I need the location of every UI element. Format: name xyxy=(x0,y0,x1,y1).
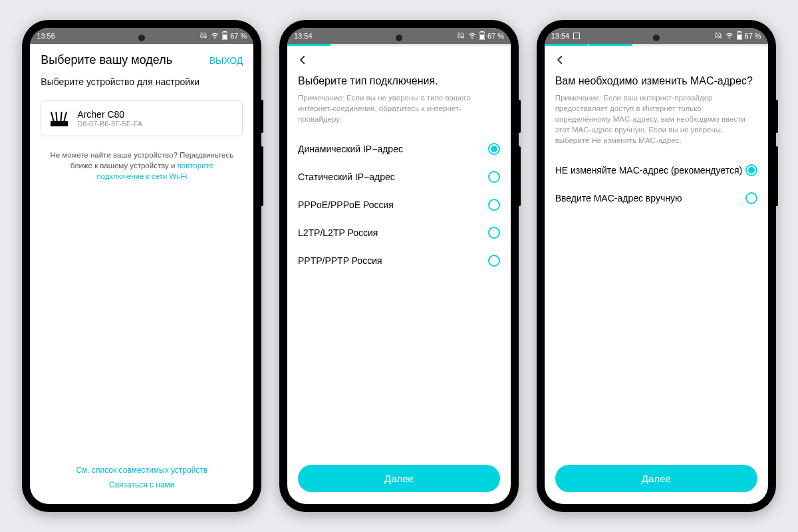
radio-option[interactable]: PPPoE/PPPoE Россия xyxy=(298,191,500,219)
contact-us-link[interactable]: Связаться с нами xyxy=(30,477,253,492)
battery-percent: 67 % xyxy=(745,32,761,40)
svg-rect-1 xyxy=(223,31,226,33)
radio-circle-icon xyxy=(745,164,757,176)
radio-option[interactable]: Введите MAC-адрес вручную xyxy=(555,184,757,212)
back-button[interactable] xyxy=(297,54,309,68)
radio-label: Введите MAC-адрес вручную xyxy=(555,193,682,203)
device-name: Archer C80 xyxy=(77,109,142,120)
app-icon xyxy=(573,33,580,39)
svg-rect-5 xyxy=(480,35,484,39)
device-card[interactable]: Archer C80 D8-07-B6-3F-5E-FA xyxy=(41,100,243,136)
wifi-icon xyxy=(210,31,219,41)
question-title: Вам необходимо изменить MAC-адрес? xyxy=(555,75,757,87)
status-bar: 13:54 67 % xyxy=(287,28,511,44)
question-title: Выберите тип подключения. xyxy=(298,75,500,87)
status-time: 13:54 xyxy=(294,32,313,40)
page-title: Выберите вашу модель xyxy=(41,53,172,67)
note-text: Примечание: Если ваш интернет-провайдер … xyxy=(555,92,757,146)
alarm-off-icon xyxy=(714,31,722,41)
device-mac: D8-07-B6-3F-5E-FA xyxy=(77,120,142,128)
next-button[interactable]: Далее xyxy=(555,465,757,492)
status-bar: 13:54 67 % xyxy=(545,28,768,44)
radio-circle-icon xyxy=(488,171,500,183)
svg-rect-8 xyxy=(737,35,741,39)
battery-icon xyxy=(222,31,227,41)
screen-connection-type: 13:54 67 % xyxy=(287,28,511,504)
radio-list: НЕ изменяйте MAC-адрес (рекомендуется)Вв… xyxy=(555,156,757,212)
wifi-icon xyxy=(725,31,734,41)
alarm-off-icon xyxy=(200,31,207,41)
back-button[interactable] xyxy=(554,54,566,68)
svg-rect-2 xyxy=(223,35,227,39)
compatible-devices-link[interactable]: См. список совместимых устройств xyxy=(30,463,253,477)
help-text: Не можете найти ваше устройство? Передви… xyxy=(30,142,253,182)
radio-option[interactable]: НЕ изменяйте MAC-адрес (рекомендуется) xyxy=(555,156,757,184)
radio-label: Динамический IP−адрес xyxy=(298,144,403,154)
status-bar: 13:56 67 % xyxy=(30,28,253,44)
radio-option[interactable]: PPTP/PPTP Россия xyxy=(298,247,500,275)
phone-mockup-2: 13:54 67 % xyxy=(279,20,519,512)
svg-rect-4 xyxy=(481,31,483,33)
wifi-icon xyxy=(467,31,477,41)
subtitle: Выберите устройство для настройки xyxy=(30,72,253,95)
radio-label: PPTP/PPTP Россия xyxy=(298,255,382,266)
status-time: 13:56 xyxy=(37,32,55,40)
radio-circle-icon xyxy=(488,143,500,155)
radio-list: Динамический IP−адресСтатический IP−адре… xyxy=(298,135,500,275)
radio-circle-icon xyxy=(488,255,500,267)
alarm-off-icon xyxy=(457,31,465,41)
radio-option[interactable]: Статический IP−адрес xyxy=(298,163,500,191)
radio-option[interactable]: Динамический IP−адрес xyxy=(298,135,500,163)
radio-circle-icon xyxy=(488,199,500,211)
screen-select-model: 13:56 67 % Выберите вашу модель ВЫХОД Вы… xyxy=(30,28,253,504)
radio-label: Статический IP−адрес xyxy=(298,172,395,182)
note-text: Примечание: Если вы не уверены в типе ва… xyxy=(298,92,500,124)
status-time: 13:54 xyxy=(551,32,570,40)
battery-percent: 67 % xyxy=(230,32,247,40)
router-icon xyxy=(49,110,69,126)
radio-circle-icon xyxy=(488,227,500,239)
radio-option[interactable]: L2TP/L2TP Россия xyxy=(298,219,500,247)
battery-icon xyxy=(479,31,485,41)
battery-percent: 67 % xyxy=(487,32,504,40)
next-button[interactable]: Далее xyxy=(298,465,500,492)
svg-rect-7 xyxy=(738,31,741,33)
battery-icon xyxy=(737,31,742,41)
radio-label: L2TP/L2TP Россия xyxy=(298,227,378,238)
phone-mockup-1: 13:56 67 % Выберите вашу модель ВЫХОД Вы… xyxy=(22,20,261,512)
radio-label: НЕ изменяйте MAC-адрес (рекомендуется) xyxy=(555,165,743,176)
radio-label: PPPoE/PPPoE Россия xyxy=(298,200,394,210)
screen-mac-address: 13:54 67 % xyxy=(545,28,768,504)
exit-button[interactable]: ВЫХОД xyxy=(209,55,243,66)
radio-circle-icon xyxy=(745,192,757,204)
phone-mockup-3: 13:54 67 % xyxy=(537,20,776,512)
